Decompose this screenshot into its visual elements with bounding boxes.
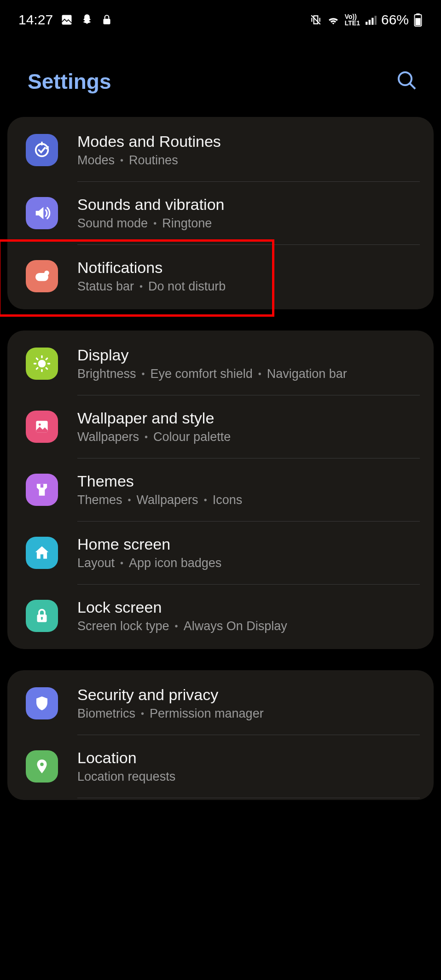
themes-icon <box>26 474 58 506</box>
svg-point-12 <box>36 144 48 157</box>
lock-icon <box>101 14 113 26</box>
item-text: Display Brightness•Eye comfort shield•Na… <box>77 346 420 381</box>
settings-item-sounds[interactable]: Sounds and vibration Sound mode•Ringtone <box>7 182 434 244</box>
item-title: Themes <box>77 472 420 490</box>
svg-line-2 <box>311 15 320 24</box>
svg-rect-8 <box>416 13 420 15</box>
item-title: Modes and Routines <box>77 133 420 151</box>
item-text: Wallpaper and style Wallpapers•Colour pa… <box>77 409 420 444</box>
settings-item-home[interactable]: Home screen Layout•App icon badges <box>7 522 434 584</box>
item-title: Location <box>77 749 420 767</box>
settings-item-notifications[interactable]: Notifications Status bar•Do not disturb <box>7 245 434 307</box>
lock-screen-icon <box>26 600 58 632</box>
item-subtitle: Themes•Wallpapers•Icons <box>77 493 420 507</box>
modes-icon <box>26 134 58 166</box>
svg-rect-1 <box>103 19 110 24</box>
svg-point-30 <box>40 763 44 766</box>
search-button[interactable] <box>396 70 418 93</box>
svg-rect-29 <box>41 618 42 620</box>
item-title: Lock screen <box>77 598 420 616</box>
sounds-icon <box>26 197 58 229</box>
item-title: Security and privacy <box>77 686 420 704</box>
svg-rect-9 <box>415 18 420 25</box>
page-title: Settings <box>28 69 111 94</box>
svg-point-10 <box>399 72 412 85</box>
svg-rect-6 <box>375 16 377 25</box>
item-text: Sounds and vibration Sound mode•Ringtone <box>77 196 420 231</box>
gallery-icon <box>60 13 73 26</box>
svg-rect-4 <box>369 20 371 25</box>
display-icon <box>26 348 58 380</box>
settings-item-location[interactable]: Location Location requests <box>7 735 434 798</box>
location-icon <box>26 750 58 783</box>
item-subtitle: Status bar•Do not disturb <box>77 279 420 294</box>
snapchat-icon <box>81 13 93 26</box>
item-title: Sounds and vibration <box>77 196 420 214</box>
vibrate-icon <box>310 14 322 26</box>
item-title: Display <box>77 346 420 364</box>
wifi-icon <box>326 14 340 26</box>
item-subtitle: Brightness•Eye comfort shield•Navigation… <box>77 367 420 381</box>
svg-line-23 <box>46 358 47 360</box>
signal-icon <box>365 14 377 26</box>
volte-icon: Vo))LTE1 <box>345 13 360 26</box>
item-subtitle: Screen lock type•Always On Display <box>77 619 420 633</box>
svg-line-11 <box>410 83 415 89</box>
status-left: 14:27 <box>18 12 113 28</box>
settings-item-themes[interactable]: Themes Themes•Wallpapers•Icons <box>7 458 434 521</box>
settings-header: Settings <box>0 32 441 117</box>
item-text: Home screen Layout•App icon badges <box>77 535 420 570</box>
svg-point-14 <box>44 271 49 276</box>
item-subtitle: Wallpapers•Colour palette <box>77 430 420 444</box>
settings-section-1: Modes and Routines Modes•Routines Sounds… <box>7 117 434 309</box>
status-bar: 14:27 Vo))LTE1 66% <box>0 0 441 32</box>
settings-item-security[interactable]: Security and privacy Biometrics•Permissi… <box>7 672 434 735</box>
svg-point-25 <box>39 423 41 426</box>
settings-section-3: Security and privacy Biometrics•Permissi… <box>7 670 434 800</box>
item-text: Security and privacy Biometrics•Permissi… <box>77 686 420 721</box>
item-title: Notifications <box>77 259 420 277</box>
item-subtitle: Modes•Routines <box>77 153 420 168</box>
item-text: Notifications Status bar•Do not disturb <box>77 259 420 294</box>
wallpaper-icon <box>26 411 58 443</box>
svg-rect-5 <box>371 18 373 25</box>
divider <box>77 798 420 798</box>
item-text: Lock screen Screen lock type•Always On D… <box>77 598 420 633</box>
settings-item-modes[interactable]: Modes and Routines Modes•Routines <box>7 119 434 181</box>
security-icon <box>26 687 58 719</box>
svg-line-20 <box>36 358 38 360</box>
item-title: Home screen <box>77 535 420 553</box>
item-text: Modes and Routines Modes•Routines <box>77 133 420 168</box>
svg-rect-26 <box>41 484 43 487</box>
svg-rect-3 <box>366 22 367 25</box>
svg-point-15 <box>38 360 46 368</box>
settings-section-2: Display Brightness•Eye comfort shield•Na… <box>7 331 434 649</box>
item-subtitle: Biometrics•Permission manager <box>77 707 420 721</box>
svg-rect-0 <box>62 15 72 25</box>
battery-percent: 66% <box>381 12 409 28</box>
svg-line-21 <box>46 368 47 369</box>
svg-line-22 <box>36 368 38 369</box>
home-icon <box>26 537 58 569</box>
item-subtitle: Location requests <box>77 770 420 784</box>
settings-item-wallpaper[interactable]: Wallpaper and style Wallpapers•Colour pa… <box>7 395 434 458</box>
settings-item-display[interactable]: Display Brightness•Eye comfort shield•Na… <box>7 332 434 395</box>
battery-icon <box>413 13 423 27</box>
item-text: Themes Themes•Wallpapers•Icons <box>77 472 420 507</box>
item-title: Wallpaper and style <box>77 409 420 427</box>
notifications-icon <box>26 260 58 292</box>
item-subtitle: Sound mode•Ringtone <box>77 216 420 231</box>
settings-item-lock[interactable]: Lock screen Screen lock type•Always On D… <box>7 585 434 647</box>
item-subtitle: Layout•App icon badges <box>77 556 420 570</box>
status-right: Vo))LTE1 66% <box>310 12 423 28</box>
item-text: Location Location requests <box>77 749 420 784</box>
status-time: 14:27 <box>18 12 53 28</box>
